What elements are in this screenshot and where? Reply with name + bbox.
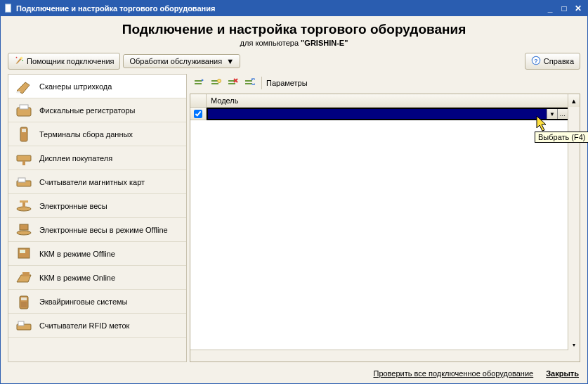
right-pane: Параметры Модель ▴ [190,74,580,362]
grid-header-check[interactable] [190,94,207,107]
sidebar-item-label: Считыватели RFID меток [39,321,129,330]
header: Подключение и настройка торгового оборуд… [1,16,587,50]
delete-row-button[interactable] [225,75,240,91]
computer-name: "GRISHIN-E" [301,39,348,47]
sidebar-item-label: Электронные весы [39,202,107,210]
svg-rect-19 [20,200,28,203]
svg-rect-37 [245,80,252,82]
scales-offline-icon [14,222,34,238]
vertical-scrollbar[interactable]: ▾ [568,107,580,350]
row-model-cell[interactable]: ▼ … [207,108,580,120]
svg-rect-18 [22,202,25,207]
help-icon: ? [531,56,541,67]
sidebar-item-label: Считыватели магнитных карт [39,178,145,186]
svg-rect-21 [20,224,28,230]
check-all-link[interactable]: Проверить все подключенное оборудование [373,369,533,378]
assistant-button[interactable]: Помощник подключения [8,53,120,70]
barcode-scanner-icon [14,78,34,95]
right-toolbar: Параметры [190,74,580,94]
close-button[interactable]: ✕ [572,3,584,14]
grid-body: ▼ … [190,108,580,350]
svg-rect-26 [21,297,27,300]
window: Подключение и настройка торгового оборуд… [0,0,588,384]
sidebar-item-scales-offline[interactable]: Электронные весы в режиме Offline [8,218,186,242]
sidebar-item-label: Терминалы сбора данных [39,130,133,139]
kkm-offline-icon [14,245,34,262]
customer-display-icon [14,150,34,167]
sidebar-item-scales[interactable]: Электронные весы [8,194,186,218]
service-label: Обработки обслуживания [129,57,222,65]
svg-point-20 [17,231,31,235]
toolbar-separator [261,77,262,89]
card-reader-icon [14,174,34,191]
sidebar-item-rfid[interactable]: Считыватели RFID меток [8,314,186,338]
data-terminal-icon [14,126,34,143]
footer: Проверить все подключенное оборудование … [1,365,587,383]
svg-rect-12 [22,129,26,132]
grid: Модель ▴ ▼ … [190,94,580,362]
svg-rect-30 [195,80,202,82]
scales-icon [14,198,34,215]
svg-text:?: ? [534,58,537,65]
page-subtitle: для компьютера "GRISHIN-E" [1,39,587,47]
sidebar-item-displays[interactable]: Дисплеи покупателя [8,146,186,170]
fiscal-printer-icon [14,102,34,119]
sidebar-item-acquiring[interactable]: Эквайринговые системы [8,290,186,314]
svg-rect-16 [18,178,25,182]
svg-rect-13 [17,155,31,161]
sidebar-item-label: ККМ в режиме Offline [39,250,115,258]
svg-rect-36 [228,83,235,84]
page-title: Подключение и настройка торгового оборуд… [1,22,587,37]
grid-header: Модель ▴ [190,94,580,108]
scroll-up-button[interactable]: ▴ [568,94,580,107]
dropdown-button[interactable]: ▼ [547,109,557,119]
window-title: Подключение и настройка торгового оборуд… [16,4,544,13]
parameters-button[interactable]: Параметры [266,79,308,87]
sidebar-item-label: Сканеры штрихкода [39,82,112,91]
grid-header-model[interactable]: Модель [207,94,568,107]
sidebar-item-kkm-online[interactable]: ККМ в режиме Online [8,266,186,290]
window-controls: _ □ ✕ [544,3,584,14]
acquiring-icon [14,293,34,310]
help-button[interactable]: ? Справка [525,53,580,70]
grid-row[interactable]: ▼ … [190,108,580,120]
edit-row-button[interactable] [208,75,223,91]
close-link[interactable]: Закрыть [546,369,579,378]
row-check-cell[interactable] [190,108,207,120]
sidebar-item-label: ККМ в режиме Online [39,274,115,282]
svg-rect-10 [20,105,28,109]
tooltip: Выбрать (F4) [535,132,588,143]
sidebar-item-scanners[interactable]: Сканеры штрихкода [8,75,186,98]
minimize-button[interactable]: _ [544,3,556,14]
chevron-down-icon: ▼ [226,57,234,65]
svg-rect-0 [6,4,11,12]
sidebar-item-fiscal[interactable]: Фискальные регистраторы [8,98,186,122]
sidebar-item-kkm-offline[interactable]: ККМ в режиме Offline [8,242,186,266]
maximize-button[interactable]: □ [558,3,570,14]
document-icon [4,4,13,13]
row-checkbox[interactable] [194,110,202,118]
svg-point-5 [22,60,23,61]
service-dropdown[interactable]: Обработки обслуживания ▼ [123,54,240,68]
refresh-button[interactable] [242,75,257,91]
model-editor[interactable]: ▼ … [207,108,580,120]
sidebar-item-label: Эквайринговые системы [39,297,128,306]
horizontal-scrollbar[interactable] [190,350,580,361]
ellipsis-button[interactable]: … [557,109,568,119]
svg-point-4 [16,57,18,58]
svg-point-34 [218,79,221,83]
sidebar: Сканеры штрихкода Фискальные регистратор… [8,74,187,362]
sidebar-item-card-readers[interactable]: Считыватели магнитных карт [8,170,186,194]
scroll-down-button[interactable]: ▾ [568,339,580,350]
model-input[interactable] [208,109,547,119]
subtitle-prefix: для компьютера [240,39,301,47]
svg-rect-33 [211,83,218,84]
kkm-online-icon [14,269,34,286]
sidebar-item-label: Дисплеи покупателя [39,154,112,162]
add-row-button[interactable] [191,75,207,91]
sidebar-item-label: Электронные весы в режиме Offline [39,226,168,234]
assistant-label: Помощник подключения [27,57,114,65]
svg-point-8 [16,91,20,93]
sidebar-item-terminals[interactable]: Терминалы сбора данных [8,122,186,146]
rfid-reader-icon [14,317,34,334]
